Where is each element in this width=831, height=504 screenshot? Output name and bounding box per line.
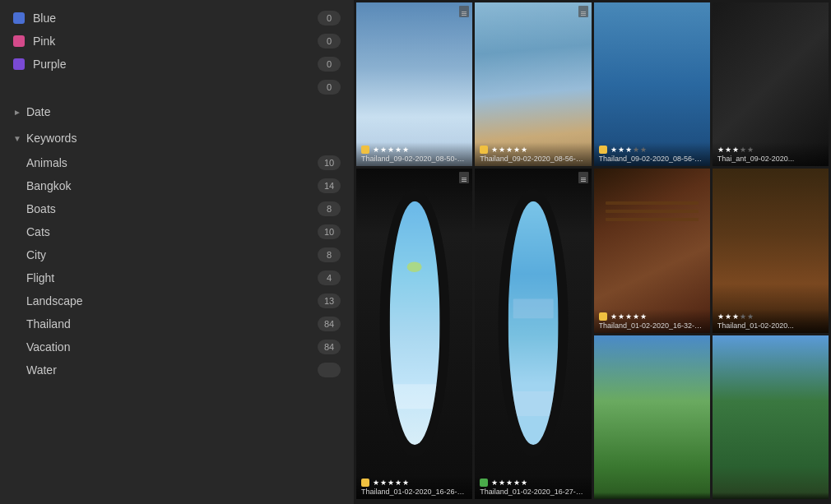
label-dot-5 bbox=[361, 479, 369, 487]
photo-meta-7: ★★★★★ Thailand_01-02-2020_16-32-09.eip bbox=[594, 309, 710, 333]
keyword-label-animals: Animals bbox=[26, 156, 318, 169]
color-item-pink[interactable]: Pink 0 bbox=[0, 30, 354, 53]
purple-count: 0 bbox=[318, 57, 341, 72]
date-section-header[interactable]: ► Date bbox=[0, 99, 354, 125]
photo-meta-5: ★★★★★ Thailand_01-02-2020_16-26-05.eip bbox=[356, 475, 472, 499]
keyword-count-thailand: 84 bbox=[318, 317, 341, 331]
keyword-count-vacation: 84 bbox=[318, 340, 341, 354]
photo-meta-10 bbox=[713, 492, 829, 499]
keyword-item-flight[interactable]: Flight 4 bbox=[0, 266, 354, 289]
photo-meta-3: ★★★★★ Thailand_09-02-2020_08-56-31.eip bbox=[594, 142, 710, 166]
stars-4: ★★★★★ bbox=[717, 146, 824, 154]
doc-icon-5 bbox=[459, 172, 469, 183]
photo-cell-4[interactable]: ★★★★★ Thai_ant_09-02-2020... bbox=[713, 2, 829, 166]
color-label-purple: Purple bbox=[33, 58, 309, 71]
color-item-purple[interactable]: Purple 0 bbox=[0, 53, 354, 76]
doc-icon-1 bbox=[459, 6, 469, 17]
keyword-count-city: 8 bbox=[318, 247, 341, 262]
stars-2: ★★★★★ bbox=[480, 146, 586, 154]
photo-grid-area: ★★★★★ Thailand_09-02-2020_08-50-05.eip ★… bbox=[354, 0, 831, 504]
label-dot-2 bbox=[480, 146, 488, 154]
color-label-blue: Blue bbox=[33, 12, 309, 25]
doc-icon-6 bbox=[578, 172, 588, 183]
photo-meta-1: ★★★★★ Thailand_09-02-2020_08-50-05.eip bbox=[356, 142, 472, 166]
doc-icon-2 bbox=[578, 6, 588, 17]
keyword-label-cats: Cats bbox=[26, 225, 318, 238]
keyword-item-boats[interactable]: Boats 8 bbox=[0, 197, 354, 220]
keywords-section-header[interactable]: ▼ Keywords bbox=[0, 125, 354, 151]
stars-3: ★★★★★ bbox=[599, 146, 705, 154]
keyword-item-vacation[interactable]: Vacation 84 bbox=[0, 335, 354, 358]
keyword-item-bangkok[interactable]: Bangkok 14 bbox=[0, 174, 354, 197]
keywords-chevron-down-icon: ▼ bbox=[13, 134, 21, 143]
blue-swatch bbox=[13, 12, 25, 24]
keyword-count-boats: 8 bbox=[318, 201, 341, 216]
photo-meta-4: ★★★★★ Thai_ant_09-02-2020... bbox=[713, 142, 829, 166]
keyword-item-city[interactable]: City 8 bbox=[0, 243, 354, 266]
photo-cell-2[interactable]: ★★★★★ Thailand_09-02-2020_08-56-22.eip bbox=[475, 2, 591, 166]
blue-count: 0 bbox=[318, 11, 341, 25]
photo-title-5: Thailand_01-02-2020_16-26-05.eip bbox=[361, 488, 467, 496]
keyword-label-bangkok: Bangkok bbox=[26, 179, 318, 192]
photo-cell-10[interactable] bbox=[713, 335, 829, 499]
label-dot-7 bbox=[599, 312, 607, 321]
color-item-blue[interactable]: Blue 0 bbox=[0, 7, 354, 30]
photo-title-6: Thailand_01-02-2020_16-27-29.eip bbox=[480, 488, 586, 496]
sidebar: Blue 0 Pink 0 Purple 0 0 ► Date ▼ Keywor… bbox=[0, 0, 354, 504]
photo-cell-5[interactable]: ★★★★★ Thailand_01-02-2020_16-26-05.eip bbox=[356, 169, 472, 499]
photo-meta-8: ★★★★★ Thailand_01-02-2020... bbox=[713, 309, 829, 333]
keyword-item-cats[interactable]: Cats 10 bbox=[0, 220, 354, 243]
unlabeled-count: 0 bbox=[318, 80, 341, 95]
keyword-label-water: Water bbox=[26, 363, 318, 377]
photo-cell-7[interactable]: ★★★★★ Thailand_01-02-2020_16-32-09.eip bbox=[594, 169, 710, 332]
color-label-pink: Pink bbox=[33, 35, 309, 48]
keyword-item-landscape[interactable]: Landscape 13 bbox=[0, 289, 354, 312]
keyword-item-water[interactable]: Water bbox=[0, 358, 354, 381]
keyword-label-city: City bbox=[26, 248, 318, 261]
keyword-count-cats: 10 bbox=[318, 224, 341, 239]
keyword-label-landscape: Landscape bbox=[26, 294, 318, 307]
stars-6: ★★★★★ bbox=[480, 479, 586, 487]
keyword-label-vacation: Vacation bbox=[26, 340, 318, 354]
photo-meta-6: ★★★★★ Thailand_01-02-2020_16-27-29.eip bbox=[475, 475, 591, 499]
photo-title-3: Thailand_09-02-2020_08-56-31.eip bbox=[599, 155, 705, 163]
keyword-label-boats: Boats bbox=[26, 202, 318, 215]
unlabeled-count-row[interactable]: 0 bbox=[0, 76, 354, 99]
photo-title-4: Thai_ant_09-02-2020... bbox=[717, 155, 824, 163]
stars-7: ★★★★★ bbox=[599, 312, 705, 321]
date-section-label: Date bbox=[26, 105, 51, 118]
keyword-count-landscape: 13 bbox=[318, 294, 341, 308]
keyword-count-animals: 10 bbox=[318, 155, 341, 170]
photo-title-8: Thailand_01-02-2020... bbox=[717, 321, 824, 330]
photo-meta-9 bbox=[594, 492, 710, 499]
pink-count: 0 bbox=[318, 34, 341, 49]
keyword-count-flight: 4 bbox=[318, 270, 341, 285]
photo-title-1: Thailand_09-02-2020_08-50-05.eip bbox=[361, 155, 467, 163]
photo-meta-2: ★★★★★ Thailand_09-02-2020_08-56-22.eip bbox=[475, 142, 591, 166]
label-dot-1 bbox=[361, 146, 369, 154]
stars-1: ★★★★★ bbox=[361, 146, 467, 154]
keyword-count-bangkok: 14 bbox=[318, 178, 341, 193]
label-dot-6 bbox=[480, 479, 488, 487]
pink-swatch bbox=[13, 35, 25, 47]
photo-cell-3[interactable]: ★★★★★ Thailand_09-02-2020_08-56-31.eip bbox=[594, 2, 710, 166]
date-chevron-right-icon: ► bbox=[13, 108, 21, 117]
keyword-item-thailand[interactable]: Thailand 84 bbox=[0, 312, 354, 335]
stars-5: ★★★★★ bbox=[361, 479, 467, 487]
photo-title-7: Thailand_01-02-2020_16-32-09.eip bbox=[599, 321, 705, 330]
photo-cell-8[interactable]: ★★★★★ Thailand_01-02-2020... bbox=[713, 169, 829, 332]
label-dot-3 bbox=[599, 146, 607, 154]
stars-8: ★★★★★ bbox=[717, 312, 824, 321]
photo-title-2: Thailand_09-02-2020_08-56-22.eip bbox=[480, 155, 586, 163]
purple-swatch bbox=[13, 58, 25, 70]
photo-cell-1[interactable]: ★★★★★ Thailand_09-02-2020_08-50-05.eip bbox=[356, 2, 472, 166]
keyword-label-flight: Flight bbox=[26, 271, 318, 284]
keyword-label-thailand: Thailand bbox=[26, 317, 318, 331]
photo-cell-9[interactable] bbox=[594, 335, 710, 499]
photo-cell-6[interactable]: ★★★★★ Thailand_01-02-2020_16-27-29.eip bbox=[475, 169, 591, 499]
keyword-item-animals[interactable]: Animals 10 bbox=[0, 151, 354, 174]
keywords-section-label: Keywords bbox=[26, 132, 77, 145]
keyword-count-water bbox=[318, 363, 341, 377]
